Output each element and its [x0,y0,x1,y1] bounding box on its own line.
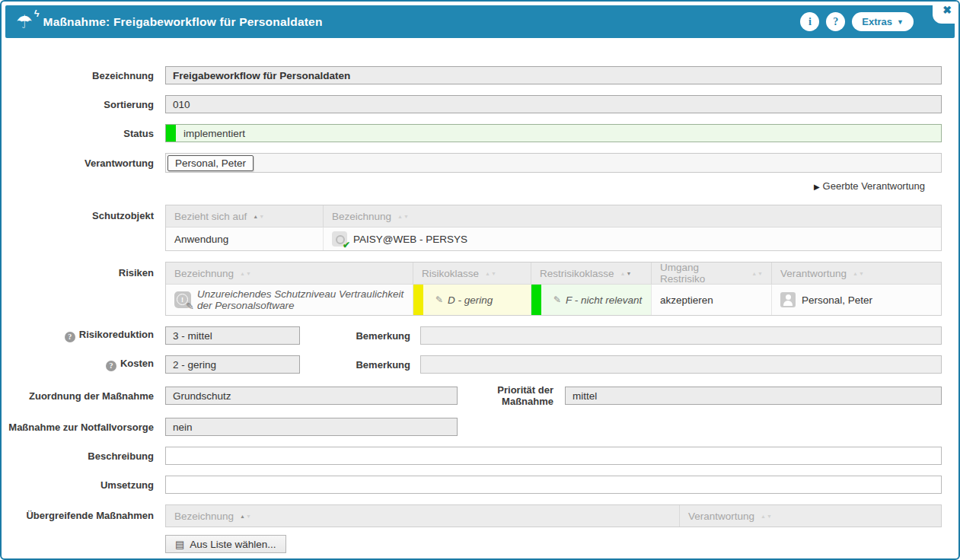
status-value: implementiert [176,128,245,139]
risiken-row[interactable]: Unzureichendes Schutzniveau Vertraulichk… [166,284,941,315]
uebergreifend-col-bezeichnung[interactable]: Bezeichnung ▲▼ [166,505,680,527]
row-notfallvorsorge: Maßnahme zur Notfallvorsorge nein [8,418,942,436]
edit-pencil-icon[interactable]: ✎ [553,294,561,305]
sort-desc-icon[interactable]: ▼ [767,514,772,519]
sort-asc-icon[interactable]: ▲ [253,214,258,219]
row-sortierung: Sortierung 010 [8,95,942,113]
residual-risk-class-cell[interactable]: ✎F - nicht relevant [531,285,652,315]
sort-desc-icon[interactable]: ▼ [491,271,496,276]
kosten-label: ?Kosten [8,358,165,371]
risk-class-cell[interactable]: ✎D - gering [413,285,531,315]
row-status: Status implementiert [8,124,942,142]
risikoreduktion-select[interactable]: 3 - mittel [165,326,300,345]
status-select[interactable]: implementiert [165,124,942,142]
status-color-chip [166,125,176,142]
extras-label: Extras [862,16,892,27]
kosten-select[interactable]: 2 - gering [165,355,300,374]
help-tooltip-icon[interactable]: ? [65,332,75,342]
risiken-col-risikoklasse[interactable]: Risikoklasse ▲▼ [413,262,531,284]
risiken-col-bezeichnung[interactable]: Bezeichnung ▲▼ [166,262,413,284]
measure-dialog: ☂ϟ Maßnahme: Freigabeworkflow für Person… [0,0,960,560]
status-label: Status [8,128,165,139]
row-risiken: Risiken Bezeichnung ▲▼ Risikoklasse ▲▼ [8,262,942,316]
sort-asc-icon[interactable]: ▲ [485,271,490,276]
expander-triangle-icon: ▶ [814,183,820,191]
help-tooltip-icon[interactable]: ? [106,361,116,371]
risiken-col-verantwortung[interactable]: Verantwortung ▲▼ [772,262,941,284]
sort-asc-icon[interactable]: ▲ [240,271,245,276]
list-icon: ▤ [175,539,184,550]
uebergreifend-col-verantwortung[interactable]: Verantwortung ▲▼ [680,505,941,527]
sort-desc-icon[interactable]: ▼ [259,214,264,219]
row-umsetzung: Umsetzung [8,476,942,494]
chevron-down-icon: ▼ [897,18,904,26]
sort-desc-icon[interactable]: ▼ [403,214,409,219]
prioritaet-label: Priorität der Maßnahme [458,384,565,407]
risikoreduktion-label: ?Risikoreduktion [8,329,165,342]
sort-desc-icon[interactable]: ▼ [246,271,251,276]
row-verantwortung: Verantwortung Personal, Peter [8,153,942,173]
person-icon [780,292,796,307]
sort-desc-icon[interactable]: ▼ [626,271,631,276]
risk-class-color-chip [413,285,423,315]
info-button[interactable]: i [800,12,819,31]
notfallvorsorge-label: Maßnahme zur Notfallvorsorge [8,422,165,433]
risk-name-cell: Unzureichendes Schutzniveau Vertraulichk… [166,285,413,315]
row-risikoreduktion: ?Risikoreduktion 3 - mittel Bemerkung [8,326,942,345]
sort-desc-icon[interactable]: ▼ [757,271,763,276]
notfallvorsorge-select[interactable]: nein [165,418,458,436]
verantwortung-input[interactable]: Personal, Peter [165,153,942,173]
row-zuordnung: Zuordnung der Maßnahme Grundschutz Prior… [8,384,942,407]
schutzobjekt-row[interactable]: Anwendung PAISY@WEB - PERSYS [166,227,941,250]
extras-menu-button[interactable]: Extras ▼ [852,12,914,31]
page-title: Maßnahme: Freigabeworkflow für Personald… [43,15,323,29]
bemerkung-label: Bemerkung [300,359,420,371]
bemerkung-label: Bemerkung [300,330,420,342]
uebergreifend-table: Bezeichnung ▲▼ Verantwortung ▲▼ [165,504,942,527]
kosten-bemerkung-input[interactable] [420,355,942,374]
schutzobjekt-cell-name: PAISY@WEB - PERSYS [324,228,941,250]
person-chip[interactable]: Personal, Peter [167,155,254,171]
bezeichnung-label: Bezeichnung [8,70,165,81]
inherited-responsibility-link[interactable]: ▶Geerbte Verantwortung [814,180,925,192]
schutzobjekt-cell-type: Anwendung [166,228,324,250]
risiken-label: Risiken [8,262,165,278]
sort-asc-icon[interactable]: ▲ [761,514,766,519]
risiken-col-umgang[interactable]: Umgang Restrisiko ▲▼ [652,262,772,284]
row-kosten: ?Kosten 2 - gering Bemerkung [8,355,942,374]
beschreibung-label: Beschreibung [8,450,165,462]
choose-from-list-button[interactable]: ▤ Aus Liste wählen... [165,535,286,553]
sort-asc-icon[interactable]: ▲ [620,271,626,276]
risiken-col-restrisikoklasse[interactable]: Restrisikoklasse ▲▼ [531,262,652,284]
schutzobjekt-label: Schutzobjekt [8,205,165,221]
close-icon: ✖ [942,4,952,16]
row-uebergreifend: Übergreifende Maßnahmen Bezeichnung ▲▼ V… [8,504,942,553]
beschreibung-input[interactable] [165,447,942,465]
close-button[interactable]: ✖ [933,2,958,24]
zuordnung-select[interactable]: Grundschutz [165,387,458,405]
sort-asc-icon[interactable]: ▲ [751,271,757,276]
sort-asc-icon[interactable]: ▲ [397,214,403,219]
bezeichnung-input[interactable]: Freigabeworkflow für Personaldaten [165,66,942,84]
sort-desc-icon[interactable]: ▼ [246,514,251,519]
row-bezeichnung: Bezeichnung Freigabeworkflow für Persona… [8,66,942,84]
help-button[interactable]: ? [826,12,845,31]
form-content: Bezeichnung Freigabeworkflow für Persona… [2,38,958,553]
prioritaet-select[interactable]: mittel [565,387,942,405]
sort-desc-icon[interactable]: ▼ [859,271,864,276]
application-icon [332,231,347,247]
sortierung-input[interactable]: 010 [165,95,942,113]
edit-pencil-icon[interactable]: ✎ [435,294,443,305]
uebergreifend-label: Übergreifende Maßnahmen [8,504,165,521]
schutzobjekt-col-bezeichnung[interactable]: Bezeichnung ▲▼ [324,205,941,227]
schutzobjekt-table: Bezieht sich auf ▲▼ Bezeichnung ▲▼ Anwen… [165,205,942,251]
schutzobjekt-col-bezieht-sich-auf[interactable]: Bezieht sich auf ▲▼ [166,205,324,227]
verantwortung-label: Verantwortung [8,158,165,169]
residual-risk-handling-cell: akzeptieren [652,285,772,315]
sort-asc-icon[interactable]: ▲ [240,514,245,519]
risk-warning-icon [174,291,191,308]
umsetzung-input[interactable] [165,476,942,494]
risikoreduktion-bemerkung-input[interactable] [420,326,942,345]
sort-asc-icon[interactable]: ▲ [853,271,858,276]
title-bar: ☂ϟ Maßnahme: Freigabeworkflow für Person… [5,5,955,38]
